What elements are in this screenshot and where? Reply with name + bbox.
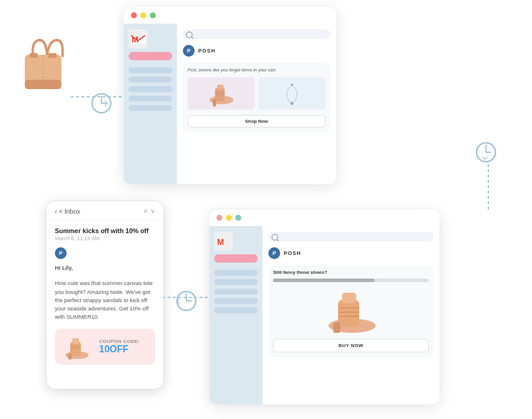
svg-rect-3 xyxy=(48,53,57,58)
posh-header-top: P POSH xyxy=(183,44,330,58)
email-subject: Summer kicks off with 10% off xyxy=(55,227,155,234)
dot-red xyxy=(131,12,137,18)
chevron-up-icon[interactable]: ∧ xyxy=(143,207,148,215)
phone-window: ‹ < Inbox ∧ ∨ Summer kicks off with 10% … xyxy=(46,201,164,389)
posh-label-top: POSH xyxy=(198,48,216,54)
svg-line-20 xyxy=(192,37,193,39)
compose-btn-bottom[interactable] xyxy=(214,254,258,263)
posh-sender-icon-top: P xyxy=(183,45,195,57)
search-bar-top[interactable] xyxy=(183,30,330,39)
sidebar-bar-b4 xyxy=(214,298,258,304)
dot-yellow-2 xyxy=(226,215,232,221)
sidebar-bar-b1 xyxy=(214,270,258,276)
posh-sender-icon-phone: P xyxy=(55,247,67,259)
search-icon-bottom xyxy=(271,233,280,243)
shop-now-button[interactable]: Shop Now xyxy=(188,115,326,127)
svg-line-38 xyxy=(277,240,279,241)
sidebar-bar-4 xyxy=(129,96,172,102)
browser-titlebar-bottom xyxy=(209,210,439,226)
product-image-bottom xyxy=(273,287,429,334)
email-card-bottom: Still fancy those shoes? xyxy=(268,265,434,357)
clock-icon-right-top xyxy=(474,140,498,164)
sidebar-bar-2 xyxy=(129,77,172,83)
email-body: How cute was that summer canvas tote you… xyxy=(55,279,155,321)
svg-rect-41 xyxy=(342,293,356,303)
buy-now-button[interactable]: BUY NOW xyxy=(273,339,429,352)
sidebar-bar-b5 xyxy=(214,307,258,313)
svg-rect-23 xyxy=(217,85,224,90)
dot-pink xyxy=(216,215,222,221)
necklace-svg-top xyxy=(280,77,304,110)
svg-rect-30 xyxy=(70,342,81,355)
svg-point-19 xyxy=(186,32,192,38)
sidebar-bar-5 xyxy=(129,105,172,111)
browser-titlebar-top xyxy=(124,7,336,24)
gmail-icon-bottom: M xyxy=(214,232,233,251)
svg-point-27 xyxy=(290,102,293,105)
dot-green xyxy=(150,12,156,18)
coupon-card: COUPON CODE: 10OFF xyxy=(55,329,155,365)
progress-bar-fill xyxy=(273,279,375,282)
gmail-icon-top: M xyxy=(129,30,147,48)
inbox-controls: ∧ ∨ xyxy=(143,207,155,215)
sandal-svg-top xyxy=(205,77,238,110)
clock-icon-bottom xyxy=(175,289,198,313)
tote-bag xyxy=(17,35,70,94)
clock-icon-left xyxy=(90,91,113,115)
svg-rect-2 xyxy=(29,53,38,58)
email-date: March 6, 11:15 AM xyxy=(55,235,155,241)
coupon-shoe-image xyxy=(61,333,93,360)
progress-bar xyxy=(273,279,429,282)
sender-row: P xyxy=(55,247,155,259)
coupon-label: COUPON CODE: xyxy=(99,339,140,344)
email-content-top: P POSH Psst, seems like you forgot items… xyxy=(177,24,336,184)
email-sidebar-bottom: M xyxy=(209,226,262,404)
back-chevron: ‹ xyxy=(55,208,57,215)
svg-point-28 xyxy=(291,84,293,86)
coupon-text-block: COUPON CODE: 10OFF xyxy=(99,339,140,355)
bottom-browser-window: M P POSH Still fancy those shoes? xyxy=(209,210,439,404)
chevron-down-icon[interactable]: ∨ xyxy=(150,207,155,215)
svg-text:M: M xyxy=(132,35,139,44)
top-browser-window: M P POSH Psst, seems like you forgot xyxy=(124,7,336,184)
svg-rect-45 xyxy=(333,322,340,333)
dot-teal xyxy=(235,215,241,221)
greeting-text: Hi Lily, xyxy=(55,264,73,271)
svg-text:M: M xyxy=(217,237,224,247)
compose-btn-top[interactable] xyxy=(129,52,172,60)
svg-rect-34 xyxy=(68,353,72,359)
dot-yellow xyxy=(140,12,146,18)
phone-header: ‹ < Inbox ∧ ∨ xyxy=(47,201,163,220)
product-images-top xyxy=(188,77,326,110)
search-icon-top xyxy=(185,31,195,40)
inbox-label: < Inbox xyxy=(59,208,80,215)
sidebar-bar-3 xyxy=(129,86,172,92)
svg-rect-31 xyxy=(72,338,78,344)
dashed-arrow-down-right xyxy=(487,164,490,211)
email-sidebar-top: M xyxy=(124,24,177,184)
sidebar-bar-b3 xyxy=(214,289,258,294)
posh-label-bottom: POSH xyxy=(284,250,301,256)
email-greeting: Hi Lily, xyxy=(55,264,155,272)
buy-now-card-text: Still fancy those shoes? xyxy=(273,270,429,275)
product-necklace-top xyxy=(258,77,326,110)
svg-point-37 xyxy=(272,234,278,240)
posh-header-bottom: P POSH xyxy=(268,246,434,260)
coupon-code: 10OFF xyxy=(99,344,140,355)
dashed-arrow-tote-to-browser xyxy=(71,96,130,98)
email-card-top: Psst, seems like you forgot items in you… xyxy=(183,63,330,132)
sidebar-bar-b2 xyxy=(214,279,258,285)
product-sandal-top xyxy=(188,77,255,110)
sandal-svg-bottom xyxy=(316,287,386,334)
posh-sender-icon-bottom: P xyxy=(268,247,280,259)
email-content-bottom: P POSH Still fancy those shoes? xyxy=(262,226,439,404)
search-bar-bottom[interactable] xyxy=(268,232,434,241)
tote-bag-illustration xyxy=(17,35,70,94)
svg-rect-26 xyxy=(212,99,216,107)
email-card-text-top: Psst, seems like you forgot items in you… xyxy=(188,67,326,73)
phone-body: Summer kicks off with 10% off March 6, 1… xyxy=(47,220,163,372)
sidebar-bar-1 xyxy=(129,67,172,73)
back-button[interactable]: ‹ < Inbox xyxy=(55,208,80,215)
svg-rect-40 xyxy=(338,300,359,327)
